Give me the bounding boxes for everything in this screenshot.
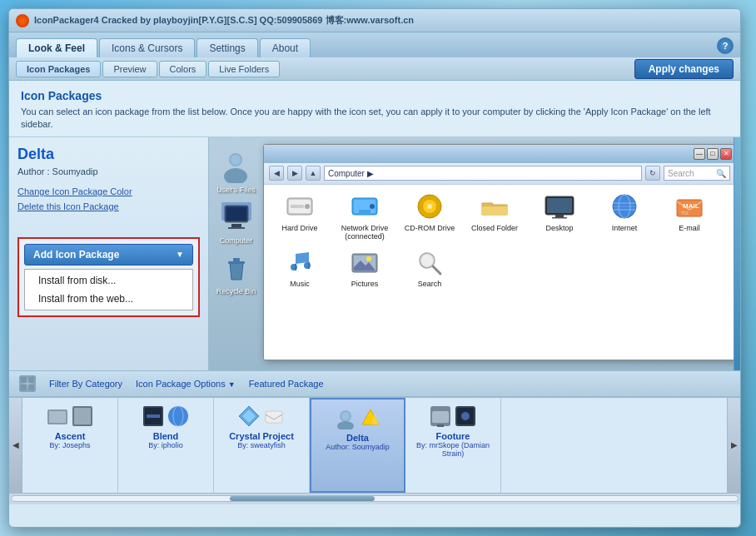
delta-icons [334,406,382,429]
svg-rect-23 [482,205,507,206]
add-icon-package-button[interactable]: Add Icon Package ▼ [24,244,193,266]
svg-rect-49 [21,385,27,390]
exp-icon-harddrive[interactable]: Hard Drive [271,191,329,241]
svg-rect-52 [49,411,66,423]
exp-icon-music[interactable]: Music [271,247,329,288]
strip-scroll-left[interactable]: ◀ [9,398,22,493]
email-icon: MAIL TO: [672,191,707,221]
svg-rect-8 [228,261,245,264]
svg-rect-26 [555,215,564,217]
apply-changes-button[interactable]: Apply changes [634,59,734,79]
close-button[interactable]: ✕ [720,148,732,160]
package-item-delta[interactable]: Delta Author: Soumyadip [310,398,405,493]
svg-rect-57 [147,414,160,418]
tab-about[interactable]: About [260,38,311,57]
svg-rect-54 [74,408,91,424]
exp-icon-email[interactable]: MAIL TO: E-mail [660,191,719,241]
sub-tab-colors[interactable]: Colors [159,61,207,77]
preview-area: User's Files Computer [209,137,740,370]
exp-icon-networkdrive[interactable]: Network Drive(connected) [336,191,394,241]
filter-category-btn[interactable]: Filter By Category [49,379,122,389]
left-icon-recycle-label: Recycle Bin [216,287,256,295]
delete-package-link[interactable]: Delete this Icon Package [17,201,200,211]
package-item-footure[interactable]: Footure By: mrSkope (Damian Strain) [405,398,501,493]
footure-author: By: mrSkope (Damian Strain) [410,441,495,458]
package-item-crystal[interactable]: Crystal Project By: sweatyfish [214,398,310,493]
bottom-toolbar: Filter By Category Icon Package Options … [9,370,740,397]
tab-settings[interactable]: Settings [196,38,257,57]
scrollbar-track[interactable] [11,495,739,502]
install-from-disk-item[interactable]: Install from disk... [25,271,192,290]
exp-icon-cdrom[interactable]: CD-ROM Drive [400,191,459,241]
tab-look-feel[interactable]: Look & Feel [16,38,97,57]
exp-icon-pictures[interactable]: Pictures [336,247,394,288]
exp-icon-closedfolder[interactable]: Closed Folder [465,191,524,241]
package-item-ascent[interactable]: Ascent By: Josephs [22,398,118,493]
back-button[interactable]: ◀ [269,166,284,181]
users-files-icon [219,150,252,183]
forward-button[interactable]: ▶ [287,166,302,181]
svg-line-46 [433,266,440,274]
ascent-name: Ascent [55,431,86,441]
content-area: Icon Packages You can select an icon pac… [9,81,740,137]
exp-icon-desktop[interactable]: Desktop [530,191,589,241]
minimize-button[interactable]: — [694,148,705,160]
search-icon [412,247,447,277]
svg-rect-27 [552,217,567,219]
dropdown-arrow-icon: ▼ [176,250,184,259]
blend-name: Blend [153,431,179,441]
horizontal-scrollbar[interactable] [9,493,740,504]
explorer-nav: ◀ ▶ ▲ Computer ▶ ↻ Search 🔍 [264,163,735,185]
address-bar[interactable]: Computer ▶ [324,166,642,181]
package-item-blend[interactable]: Blend By: ipholio [118,398,214,493]
exp-icon-internet[interactable]: Internet [595,191,654,241]
install-from-web-item[interactable]: Install from the web... [25,290,192,308]
sub-tab-icon-packages[interactable]: Icon Packages [16,61,101,77]
computer-icon [220,201,253,234]
content-description: You can select an icon package from the … [21,106,729,132]
filter-icon[interactable] [19,375,36,392]
selected-package-author: Author : Soumyadip [17,166,200,176]
cdrom-drive-icon [412,191,447,221]
left-panel: Delta Author : Soumyadip Change Icon Pac… [9,137,209,370]
strip-scroll-right[interactable]: ▶ [727,398,740,493]
title-bar-text: IconPackager4 Cracked by playboyjin[P.Y.… [34,14,414,27]
delta-author: Author: Soumyadip [326,443,390,451]
help-button[interactable]: ? [717,37,734,54]
refresh-button[interactable]: ↻ [645,166,660,181]
maximize-button[interactable]: □ [707,148,719,160]
svg-point-43 [366,256,371,261]
add-package-container: Add Icon Package ▼ Install from disk... … [17,237,200,317]
scrollbar-thumb[interactable] [230,496,375,501]
sub-tab-live-folders[interactable]: Live Folders [208,61,280,77]
exp-icon-search[interactable]: Search [400,247,459,288]
closed-folder-icon [477,191,512,221]
svg-text:TO:: TO: [681,211,689,216]
crystal-name: Crystal Project [229,431,294,441]
blend-icons [142,404,190,428]
body-area: Delta Author : Soumyadip Change Icon Pac… [9,137,740,370]
sub-tab-bar: Icon Packages Preview Colors Live Folder… [9,57,740,81]
featured-package-btn[interactable]: Featured Package [249,379,324,389]
options-arrow-icon: ▼ [228,380,236,389]
svg-rect-5 [221,202,251,221]
crystal-author: By: sweatyfish [237,441,286,449]
change-color-link[interactable]: Change Icon Package Color [17,186,200,196]
svg-rect-13 [291,205,304,208]
search-bar[interactable]: Search 🔍 [664,166,730,181]
left-icon-recycle: Recycle Bin [216,251,256,295]
left-icon-users-files: User's Files [216,150,256,194]
network-drive-icon [347,191,382,221]
svg-rect-28 [547,198,572,213]
up-button[interactable]: ▲ [306,166,321,181]
tab-icons-cursors[interactable]: Icons & Cursors [99,38,195,57]
ascent-icons [46,404,94,428]
icon-package-options-btn[interactable]: Icon Package Options ▼ [136,379,236,389]
svg-rect-60 [266,411,282,423]
sub-tab-preview[interactable]: Preview [102,61,157,77]
main-window: IconPackager4 Cracked by playboyjin[P.Y.… [8,8,741,528]
svg-point-69 [461,412,470,420]
main-tab-bar: Look & Feel Icons & Cursors Settings Abo… [9,32,740,57]
strip-items: Ascent By: Josephs Blend By [22,398,727,493]
svg-point-58 [168,406,188,426]
